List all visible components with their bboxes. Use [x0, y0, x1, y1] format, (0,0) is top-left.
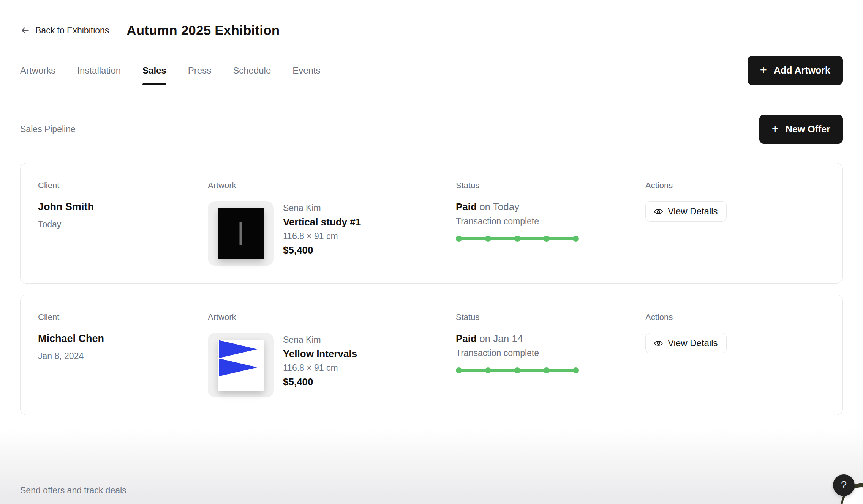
artwork-column: Artwork Sena Kim Yellow Intervals 116.8 … [208, 312, 456, 397]
client-column-label: Client [38, 181, 208, 191]
client-column: Client Michael Chen Jan 8, 2024 [38, 312, 208, 397]
tabs-header: Artworks Installation Sales Press Schedu… [20, 38, 843, 95]
plus-icon: + [772, 123, 779, 135]
status-line: Paid on Today [456, 201, 645, 213]
sales-pipeline-section-header: Sales Pipeline + New Offer [20, 115, 843, 144]
client-date: Today [38, 219, 208, 230]
artwork-column: Artwork Sena Kim Vertical study #1 116.8… [208, 181, 456, 266]
sales-pipeline-list: Client John Smith Today Artwork Sena Kim… [20, 163, 843, 415]
help-button[interactable]: ? [833, 474, 855, 496]
status-paid: Paid [456, 333, 477, 344]
artwork-title: Yellow Intervals [283, 348, 357, 360]
status-column-label: Status [456, 181, 645, 191]
client-column: Client John Smith Today [38, 181, 208, 266]
status-date: on Jan 14 [477, 333, 523, 344]
view-details-button[interactable]: View Details [645, 201, 727, 222]
artwork-thumbnail [208, 201, 274, 266]
tab-bar: Artworks Installation Sales Press Schedu… [20, 65, 321, 76]
progress-dot [573, 236, 579, 242]
arrow-left-icon [20, 25, 30, 35]
tab-artworks[interactable]: Artworks [20, 65, 55, 76]
status-subtext: Transaction complete [456, 348, 645, 358]
new-offer-label: New Offer [786, 124, 830, 135]
client-date: Jan 8, 2024 [38, 351, 208, 361]
artwork-price: $5,400 [283, 244, 361, 256]
plus-icon: + [760, 64, 767, 76]
artwork-info: Sena Kim Vertical study #1 116.8 × 91 cm… [283, 201, 361, 256]
actions-column: Actions View Details [645, 181, 825, 266]
tab-press[interactable]: Press [188, 65, 211, 76]
status-column: Status Paid on Jan 14 Transaction comple… [456, 312, 645, 397]
progress-dot [456, 236, 462, 242]
question-mark-icon: ? [841, 479, 847, 491]
eye-icon [654, 207, 663, 216]
actions-column-label: Actions [645, 312, 825, 322]
add-artwork-label: Add Artwork [774, 65, 830, 76]
vertical-bar-shape [240, 222, 242, 245]
artwork-dimensions: 116.8 × 91 cm [283, 363, 357, 373]
progress-bar [456, 367, 579, 373]
page-header: Back to Exhibitions Autumn 2025 Exhibiti… [0, 0, 863, 38]
new-offer-button[interactable]: + New Offer [759, 115, 843, 144]
footer-gradient [0, 428, 863, 504]
progress-dot [456, 367, 462, 373]
progress-dot [485, 367, 491, 373]
progress-dot [573, 367, 579, 373]
client-name: Michael Chen [38, 333, 208, 345]
artwork-column-label: Artwork [208, 181, 456, 191]
tab-sales[interactable]: Sales [142, 65, 166, 76]
sale-card-john-smith: Client John Smith Today Artwork Sena Kim… [20, 163, 843, 284]
status-line: Paid on Jan 14 [456, 333, 645, 345]
view-details-label: View Details [668, 338, 718, 348]
artwork-artist: Sena Kim [283, 335, 357, 345]
artwork-column-label: Artwork [208, 312, 456, 322]
back-link-label: Back to Exhibitions [35, 25, 109, 36]
progress-dot [485, 236, 491, 242]
client-name: John Smith [38, 201, 208, 213]
progress-dot [544, 236, 550, 242]
status-subtext: Transaction complete [456, 216, 645, 227]
artwork-image-yellow-intervals [218, 340, 264, 391]
tab-installation[interactable]: Installation [77, 65, 121, 76]
artwork-image-vertical-study [218, 208, 264, 259]
add-artwork-button[interactable]: + Add Artwork [748, 56, 843, 85]
progress-dot [544, 367, 550, 373]
page-title: Autumn 2025 Exhibition [126, 23, 280, 38]
view-details-button[interactable]: View Details [645, 333, 727, 353]
artwork-info: Sena Kim Yellow Intervals 116.8 × 91 cm … [283, 333, 357, 388]
progress-bar [456, 236, 579, 242]
client-column-label: Client [38, 312, 208, 322]
back-to-exhibitions-link[interactable]: Back to Exhibitions [20, 25, 109, 36]
footer-hint: Send offers and track deals [20, 485, 126, 496]
progress-dot [514, 367, 520, 373]
artwork-dimensions: 116.8 × 91 cm [283, 231, 361, 241]
eye-icon [654, 339, 663, 348]
progress-dot [514, 236, 520, 242]
artwork-artist: Sena Kim [283, 203, 361, 213]
actions-column: Actions View Details [645, 312, 825, 397]
status-column: Status Paid on Today Transaction complet… [456, 181, 645, 266]
section-title: Sales Pipeline [20, 124, 76, 134]
sale-card-michael-chen: Client Michael Chen Jan 8, 2024 Artwork … [20, 295, 843, 415]
tab-schedule[interactable]: Schedule [233, 65, 271, 76]
actions-column-label: Actions [645, 181, 825, 191]
status-column-label: Status [456, 312, 645, 322]
artwork-price: $5,400 [283, 376, 357, 388]
status-date: on Today [477, 201, 519, 213]
tab-events[interactable]: Events [292, 65, 320, 76]
pennant-shapes [219, 340, 264, 391]
status-paid: Paid [456, 201, 477, 213]
artwork-title: Vertical study #1 [283, 216, 361, 228]
artwork-thumbnail [208, 333, 274, 397]
view-details-label: View Details [668, 206, 718, 217]
